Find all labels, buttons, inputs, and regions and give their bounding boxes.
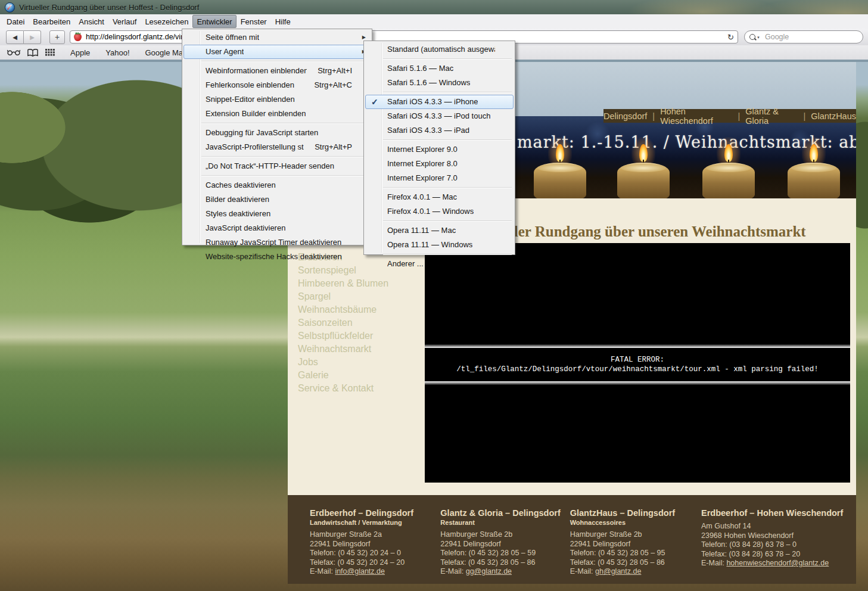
top-sites-grid-icon[interactable] bbox=[45, 49, 55, 56]
topnav-separator: | bbox=[803, 111, 805, 121]
search-field[interactable]: ▼ bbox=[744, 30, 863, 43]
ua-item-opera-windows[interactable]: Opera 11.11 — Windows bbox=[365, 238, 514, 252]
ua-item-safari-ios-ipod[interactable]: Safari iOS 4.3.3 — iPod touch bbox=[365, 109, 514, 123]
footer-line: Telefax: (0 45 32) 28 05 – 86 bbox=[440, 558, 561, 568]
developer-menu: Seite öffnen mit ▶ User Agent ▶ Webinfor… bbox=[182, 29, 372, 245]
reading-list-glasses-icon[interactable] bbox=[7, 49, 20, 56]
sidebar-item-service-kontakt[interactable]: Service & Kontakt bbox=[298, 382, 417, 395]
menu-item-debugging-javascript[interactable]: Debugging für JavaScript starten bbox=[183, 126, 371, 140]
menu-verlauf[interactable]: Verlauf bbox=[108, 14, 141, 29]
search-dropdown-icon[interactable]: ▼ bbox=[757, 36, 760, 39]
footer-line: Telefon: (0 45 32) 20 24 – 0 bbox=[310, 549, 432, 558]
menu-item-label: Safari iOS 4.3.3 — iPhone bbox=[387, 95, 478, 108]
menu-item-fehlerkonsole[interactable]: Fehlerkonsole einblenden Strg+Alt+C bbox=[183, 78, 371, 92]
footer-line: Hamburger Straße 2b bbox=[570, 530, 693, 540]
forward-button[interactable]: ▶ bbox=[24, 30, 41, 44]
bookmark-apple[interactable]: Apple bbox=[70, 48, 90, 57]
ua-item-opera-mac[interactable]: Opera 11.11 — Mac bbox=[365, 223, 514, 238]
candle-icon bbox=[785, 143, 842, 198]
ua-item-firefox-mac[interactable]: Firefox 4.0.1 — Mac bbox=[365, 190, 514, 204]
ua-item-safari-516-mac[interactable]: Safari 5.1.6 — Mac bbox=[365, 61, 514, 76]
menu-item-website-hacks-deaktivieren[interactable]: Website-spezifische Hacks deaktivieren bbox=[183, 250, 371, 264]
topnav-separator: | bbox=[738, 111, 741, 121]
menu-fenster[interactable]: Fenster bbox=[237, 14, 271, 29]
sidebar-item-jobs[interactable]: Jobs bbox=[298, 356, 417, 369]
candle-icon bbox=[531, 143, 589, 198]
menu-item-styles-deaktivieren[interactable]: Styles deaktivieren bbox=[183, 207, 371, 221]
footer-col-erdbeerhof-delingsdorf: Erdbeerhof – Delingsdorf Landwirtschaft … bbox=[310, 508, 440, 584]
bookmark-yahoo[interactable]: Yahoo! bbox=[105, 48, 129, 57]
menu-item-webinformationen[interactable]: Webinformationen einblenden Strg+Alt+I bbox=[183, 64, 371, 78]
email-label: E-Mail: bbox=[310, 567, 333, 576]
menu-shortcut: Strg+Alt+I bbox=[307, 64, 352, 77]
menu-item-label: User Agent bbox=[206, 45, 244, 58]
menu-item-runaway-timer-deaktivieren[interactable]: Runaway JavaScript Timer deaktivieren bbox=[183, 235, 371, 250]
menu-item-label: Standard (automatisch ausgewählt) bbox=[387, 43, 495, 56]
ua-item-safari-ios-ipad[interactable]: Safari iOS 4.3.3 — iPad bbox=[365, 123, 514, 138]
menu-item-label: JavaScript-Profilerstellung starten bbox=[206, 141, 304, 154]
favicon-strawberry-icon bbox=[74, 33, 82, 41]
email-link-gh[interactable]: gh@glantz.de bbox=[595, 567, 641, 576]
menu-item-label: Safari 5.1.6 — Mac bbox=[387, 62, 453, 75]
menu-hilfe[interactable]: Hilfe bbox=[271, 14, 295, 29]
menu-item-user-agent[interactable]: User Agent ▶ bbox=[183, 45, 371, 59]
menu-lesezeichen[interactable]: Lesezeichen bbox=[141, 14, 192, 29]
refresh-icon[interactable]: ↻ bbox=[727, 33, 734, 42]
email-label: E-Mail: bbox=[570, 567, 593, 576]
sidebar-item-galerie[interactable]: Galerie bbox=[298, 369, 417, 382]
menu-item-label: Opera 11.11 — Mac bbox=[387, 224, 456, 237]
menu-item-seite-oeffnen-mit[interactable]: Seite öffnen mit ▶ bbox=[183, 30, 371, 45]
error-detail: /tl_files/Glantz/Delingsdorf/vtour/weihn… bbox=[425, 365, 850, 374]
window-titlebar[interactable]: Virtueller Rundgang über unser Hoffest -… bbox=[0, 0, 868, 15]
ua-item-ie7[interactable]: Internet Explorer 7.0 bbox=[365, 171, 514, 185]
menu-item-javascript-profiler[interactable]: JavaScript-Profilerstellung starten Strg… bbox=[183, 140, 371, 154]
ua-item-standard[interactable]: Standard (automatisch ausgewählt) bbox=[365, 42, 514, 57]
menu-separator bbox=[365, 219, 514, 223]
email-label: E-Mail: bbox=[440, 567, 463, 576]
ua-item-ie9[interactable]: Internet Explorer 9.0 bbox=[365, 142, 514, 157]
virtual-tour-panel: FATAL ERROR: /tl_files/Glantz/Delingsdor… bbox=[425, 243, 850, 483]
ua-item-anderer[interactable]: Anderer ... bbox=[365, 257, 514, 271]
menu-item-bilder-deaktivieren[interactable]: Bilder deaktivieren bbox=[183, 192, 371, 207]
menu-item-label: Runaway JavaScript Timer deaktivieren bbox=[206, 236, 341, 249]
sidebar-item-selbstpflueckfelder[interactable]: Selbstpflückfelder bbox=[298, 329, 417, 343]
sidebar-item-weihnachtsmarkt[interactable]: Weihnachtsmarkt bbox=[298, 343, 417, 356]
menu-bearbeiten[interactable]: Bearbeiten bbox=[29, 14, 74, 29]
email-link-gg[interactable]: gg@glantz.de bbox=[466, 567, 512, 576]
ua-item-safari-ios-iphone[interactable]: ✓ Safari iOS 4.3.3 — iPhone bbox=[365, 95, 514, 109]
menu-item-label: Opera 11.11 — Windows bbox=[387, 238, 472, 251]
menu-shortcut: Strg+Alt+P bbox=[304, 141, 352, 154]
sidebar-item-saisonzeiten[interactable]: Saisonzeiten bbox=[298, 316, 417, 329]
topnav-glantzhaus[interactable]: GlantzHaus bbox=[811, 111, 856, 121]
email-label: E-Mail: bbox=[701, 559, 724, 567]
ua-item-firefox-windows[interactable]: Firefox 4.0.1 — Windows bbox=[365, 204, 514, 219]
topnav-hohen-wieschendorf[interactable]: Hohen Wieschendorf bbox=[660, 107, 732, 126]
menu-item-label: Styles deaktivieren bbox=[206, 207, 270, 220]
menu-item-extension-builder[interactable]: Extension Builder einblenden bbox=[183, 107, 371, 121]
bookmarks-book-icon[interactable] bbox=[27, 49, 38, 57]
sidebar-item-weihnachtsbaeume[interactable]: Weihnachtsbäume bbox=[298, 303, 417, 316]
menu-separator bbox=[365, 252, 514, 257]
topnav-glantz-gloria[interactable]: Glantz & Gloria bbox=[745, 107, 798, 126]
topnav-delingsdorf[interactable]: Delingsdorf bbox=[603, 111, 647, 121]
menu-ansicht[interactable]: Ansicht bbox=[74, 14, 108, 29]
menu-item-snippet-editor[interactable]: Snippet-Editor einblenden bbox=[183, 92, 371, 107]
menu-item-caches-deaktivieren[interactable]: Caches deaktivieren bbox=[183, 178, 371, 192]
ua-item-ie8[interactable]: Internet Explorer 8.0 bbox=[365, 157, 514, 171]
menu-entwickler[interactable]: Entwickler bbox=[192, 15, 236, 28]
sidebar-item-spargel[interactable]: Spargel bbox=[298, 290, 417, 303]
email-link-info[interactable]: info@glantz.de bbox=[335, 567, 385, 576]
footer-line: 22941 Delingsdorf bbox=[440, 540, 561, 549]
site-topnav: Delingsdorf | Hohen Wieschendorf | Glant… bbox=[603, 109, 856, 123]
menu-shortcut: Strg+Alt+C bbox=[303, 79, 352, 92]
sidebar-item-himbeeren-blumen[interactable]: Himbeeren & Blumen bbox=[298, 277, 417, 290]
menu-datei[interactable]: Datei bbox=[2, 14, 29, 29]
new-tab-button[interactable]: + bbox=[49, 30, 65, 44]
menu-item-do-not-track[interactable]: „Do Not Track“-HTTP-Header senden bbox=[183, 159, 371, 173]
menu-item-javascript-deaktivieren[interactable]: JavaScript deaktivieren bbox=[183, 221, 371, 235]
back-button[interactable]: ◀ bbox=[6, 30, 24, 44]
email-link-hohenwieschendorf[interactable]: hohenwieschendorf@glantz.de bbox=[726, 559, 829, 567]
ua-item-safari-516-windows[interactable]: Safari 5.1.6 — Windows bbox=[365, 76, 514, 90]
search-input[interactable] bbox=[764, 32, 858, 42]
footer-subtitle: Restaurant bbox=[440, 518, 561, 527]
